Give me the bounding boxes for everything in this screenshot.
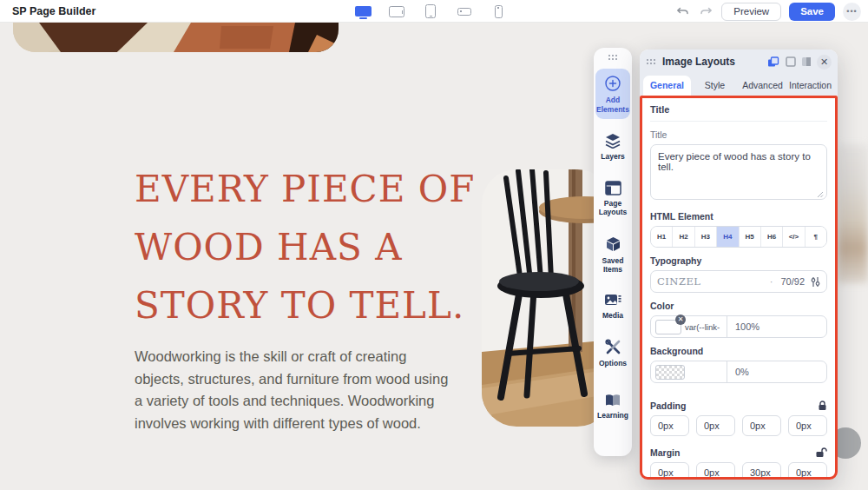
- panel-tabs: General Style Advanced Interaction: [640, 74, 838, 96]
- headline-line: STORY TO TELL.: [135, 276, 482, 334]
- padding-label: Padding: [650, 401, 827, 411]
- color-label: Color: [650, 301, 827, 311]
- layout-icon: [605, 181, 621, 195]
- title-textarea[interactable]: Every piece of wood has a story to tell.: [650, 144, 827, 200]
- background-page-fragment: [838, 144, 868, 283]
- background-row: 0%: [650, 361, 827, 383]
- panel-title: Image Layouts: [662, 56, 767, 68]
- dock-right-icon[interactable]: [801, 56, 812, 67]
- html-h3-chip[interactable]: H3: [695, 227, 717, 247]
- close-icon: ✕: [820, 56, 828, 68]
- margin-left-input[interactable]: [788, 462, 827, 480]
- close-button[interactable]: ✕: [817, 55, 832, 70]
- toolbar-item-options[interactable]: Options: [595, 333, 630, 374]
- html-code-chip[interactable]: </>: [783, 227, 805, 247]
- save-button[interactable]: Save: [789, 3, 835, 21]
- resize-handle-icon[interactable]: [817, 191, 824, 198]
- color-value[interactable]: var(--link-: [685, 322, 720, 332]
- lock-icon[interactable]: [818, 401, 827, 411]
- html-element-group: H1 H2 H3 H4 H5 H6 </> ¶: [650, 226, 827, 248]
- image-layouts-panel: Image Layouts ✕ General Style Advanced I…: [640, 50, 838, 480]
- title-field-label: Title: [650, 129, 827, 140]
- app-title: SP Page Builder: [12, 5, 95, 17]
- html-element-label: HTML Element: [650, 211, 827, 222]
- tools-icon: [605, 339, 621, 355]
- tab-interaction[interactable]: Interaction: [786, 76, 834, 96]
- html-h5-chip[interactable]: H5: [740, 227, 761, 247]
- background-opacity-value[interactable]: 0%: [727, 361, 826, 382]
- toolbar-item-page-layouts[interactable]: PageLayouts: [595, 175, 630, 222]
- margin-inputs: [650, 462, 827, 480]
- padding-top-input[interactable]: [650, 415, 689, 436]
- typography-size-value[interactable]: 70/92: [780, 276, 805, 287]
- wood-cabinet-image[interactable]: [13, 23, 339, 52]
- device-phone-portrait-icon[interactable]: [490, 4, 507, 18]
- color-row: ✕ var(--link- 100%: [650, 315, 827, 338]
- plus-circle-icon: [604, 75, 621, 92]
- padding-bottom-input[interactable]: [742, 415, 781, 436]
- margin-bottom-input[interactable]: [742, 462, 781, 480]
- device-phone-landscape-icon[interactable]: [456, 4, 473, 18]
- padding-right-input[interactable]: [696, 415, 735, 436]
- tab-general[interactable]: General: [643, 76, 691, 96]
- padding-left-input[interactable]: [788, 415, 827, 436]
- builder-toolbar: AddElements Layers PageLayouts SavedItem…: [594, 48, 632, 456]
- book-icon: [604, 394, 621, 407]
- device-tablet-portrait-icon[interactable]: [422, 4, 439, 18]
- html-h1-chip[interactable]: H1: [651, 227, 673, 247]
- typography-label: Typography: [650, 255, 827, 266]
- typography-row[interactable]: CINZEL · 70/92: [650, 270, 827, 293]
- typography-separator: ·: [770, 276, 773, 287]
- paragraph[interactable]: Woodworking is the skill or craft of cre…: [135, 346, 457, 434]
- tab-advanced[interactable]: Advanced: [739, 76, 786, 96]
- headline[interactable]: EVERY PIECE OF WOOD HAS A STORY TO TELL.: [135, 160, 482, 334]
- dock-left-icon[interactable]: [786, 56, 796, 67]
- headline-line: EVERY PIECE OF: [135, 160, 482, 218]
- html-h2-chip[interactable]: H2: [673, 227, 694, 247]
- undo-icon[interactable]: [674, 3, 690, 19]
- panel-content-selected: Title Title Every piece of wood has a st…: [640, 96, 838, 480]
- background-label: Background: [650, 346, 827, 356]
- headline-line: WOOD HAS A: [135, 218, 482, 276]
- panel-header: Image Layouts ✕: [640, 50, 838, 74]
- typography-settings-icon[interactable]: [811, 276, 820, 288]
- device-desktop-icon[interactable]: [354, 4, 372, 18]
- chair-image[interactable]: [482, 169, 612, 427]
- color-opacity-value[interactable]: 100%: [727, 316, 826, 337]
- duplicate-icon[interactable]: [767, 56, 780, 68]
- cube-icon: [605, 236, 621, 253]
- panel-drag-handle-icon[interactable]: [646, 58, 656, 65]
- top-toolbar: SP Page Builder Preview Save •••: [0, 0, 868, 23]
- margin-right-input[interactable]: [696, 462, 735, 480]
- layers-icon: [604, 133, 621, 149]
- device-switcher: [354, 0, 507, 23]
- more-options-button[interactable]: •••: [843, 3, 861, 21]
- clear-color-icon[interactable]: ✕: [675, 315, 686, 325]
- section-title: Title: [650, 104, 827, 122]
- margin-top-input[interactable]: [650, 462, 689, 480]
- html-h4-chip[interactable]: H4: [717, 227, 739, 247]
- html-h6-chip[interactable]: H6: [761, 227, 783, 247]
- background-swatch[interactable]: [655, 365, 685, 380]
- device-tablet-landscape-icon[interactable]: [388, 4, 405, 18]
- redo-icon[interactable]: [698, 3, 713, 19]
- padding-inputs: [650, 415, 827, 436]
- color-swatch[interactable]: ✕: [655, 320, 681, 334]
- unlock-icon[interactable]: [815, 447, 827, 458]
- toolbar-item-add-elements[interactable]: AddElements: [595, 69, 630, 119]
- toolbar-item-media[interactable]: Media: [595, 288, 630, 326]
- toolbar-item-layers[interactable]: Layers: [595, 127, 630, 167]
- image-icon: [604, 294, 621, 308]
- tab-style[interactable]: Style: [691, 76, 739, 96]
- html-paragraph-chip[interactable]: ¶: [806, 227, 826, 247]
- preview-button[interactable]: Preview: [721, 3, 781, 21]
- typography-font-value[interactable]: CINZEL: [657, 275, 770, 288]
- toolbar-item-learning[interactable]: Learning: [595, 387, 630, 426]
- toolbar-drag-handle-icon[interactable]: [608, 54, 618, 61]
- margin-label: Margin: [650, 447, 827, 458]
- toolbar-item-saved-items[interactable]: SavedItems: [595, 230, 630, 280]
